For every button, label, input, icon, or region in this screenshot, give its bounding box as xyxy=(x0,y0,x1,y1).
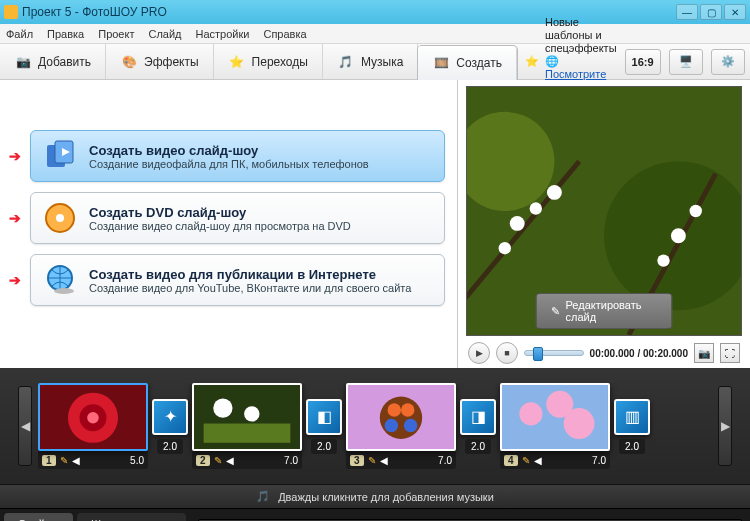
transition-item[interactable]: ▥ 2.0 xyxy=(614,399,650,454)
tab-music[interactable]: 🎵 Музыка xyxy=(323,44,418,79)
slide-item[interactable]: 1✎◀5.0 xyxy=(38,383,148,469)
fullscreen-button[interactable]: ⛶ xyxy=(720,343,740,363)
transition-icon: ▥ xyxy=(614,399,650,435)
title-bar: Проект 5 - ФотоШОУ PRO — ▢ ✕ xyxy=(0,0,750,24)
tab-add[interactable]: 📷 Добавить xyxy=(0,44,106,79)
palette-icon: 🎨 xyxy=(120,53,138,71)
transition-item[interactable]: ✦ 2.0 xyxy=(152,399,188,454)
prev-frame-icon[interactable]: ◀ xyxy=(534,455,542,466)
transition-duration: 2.0 xyxy=(157,439,183,454)
option-internet-video[interactable]: ➔ Создать видео для публикации в Интерне… xyxy=(30,254,445,306)
create-panel: ➔ Создать видео слайд-шоу Создание видео… xyxy=(0,80,458,368)
tab-transitions-label: Переходы xyxy=(252,55,308,69)
svg-point-29 xyxy=(387,403,400,416)
svg-point-17 xyxy=(690,205,702,217)
option-title: Создать DVD слайд-шоу xyxy=(89,205,351,220)
menu-edit[interactable]: Правка xyxy=(47,28,84,40)
svg-point-34 xyxy=(519,402,542,425)
slide-item[interactable]: 3✎◀7.0 xyxy=(346,383,456,469)
svg-point-36 xyxy=(564,408,595,439)
tab-transitions[interactable]: ⭐ Переходы xyxy=(214,44,323,79)
music-track[interactable]: 🎵 Дважды кликните для добавления музыки xyxy=(0,484,750,508)
tab-music-label: Музыка xyxy=(361,55,403,69)
svg-point-11 xyxy=(510,216,525,231)
svg-point-12 xyxy=(530,202,542,214)
menu-bar: Файл Правка Проект Слайд Настройки Справ… xyxy=(0,24,750,44)
transition-duration: 2.0 xyxy=(311,439,337,454)
edit-icon[interactable]: ✎ xyxy=(368,455,376,466)
edit-icon[interactable]: ✎ xyxy=(522,455,530,466)
display-mode-button[interactable]: 🖥️ xyxy=(669,49,703,75)
transition-icon: ◨ xyxy=(460,399,496,435)
main-toolbar: 📷 Добавить 🎨 Эффекты ⭐ Переходы 🎵 Музыка… xyxy=(0,44,750,80)
option-desc: Создание видео для YouTube, ВКонтакте ил… xyxy=(89,282,411,294)
option-title: Создать видео для публикации в Интернете xyxy=(89,267,411,282)
aspect-ratio-button[interactable]: 16:9 xyxy=(625,49,661,75)
edit-slide-button[interactable]: ✎ Редактировать слайд xyxy=(536,293,673,329)
timeline-scroll-right[interactable]: ▶ xyxy=(718,386,732,466)
tab-effects-label: Эффекты xyxy=(144,55,199,69)
option-video-slideshow[interactable]: ➔ Создать видео слайд-шоу Создание видео… xyxy=(30,130,445,182)
preview-image[interactable]: ✎ Редактировать слайд xyxy=(466,86,742,336)
transition-item[interactable]: ◨ 2.0 xyxy=(460,399,496,454)
timeline: ◀ 1✎◀5.0 ✦ 2.0 2✎◀7.0 ◧ 2.0 3✎◀7.0 ◨ 2.0 xyxy=(0,368,750,484)
play-button[interactable]: ▶ xyxy=(468,342,490,364)
menu-slide[interactable]: Слайд xyxy=(148,28,181,40)
prev-frame-icon[interactable]: ◀ xyxy=(72,455,80,466)
preview-panel: ✎ Редактировать слайд ▶ ■ 00:00.000 / 00… xyxy=(458,80,750,368)
timeline-track[interactable]: 1✎◀5.0 ✦ 2.0 2✎◀7.0 ◧ 2.0 3✎◀7.0 ◨ 2.0 4… xyxy=(38,383,712,469)
seek-thumb[interactable] xyxy=(533,347,543,361)
stop-button[interactable]: ■ xyxy=(496,342,518,364)
edit-icon[interactable]: ✎ xyxy=(214,455,222,466)
promo-line1: Новые шаблоны и спецэффекты xyxy=(545,16,617,55)
svg-point-13 xyxy=(547,185,562,200)
seek-bar[interactable] xyxy=(524,350,584,356)
star-small-icon: ⭐ xyxy=(525,55,539,68)
settings-button[interactable]: ⚙️ xyxy=(711,49,745,75)
svg-point-26 xyxy=(244,406,259,421)
option-dvd-slideshow[interactable]: ➔ Создать DVD слайд-шоу Создание видео с… xyxy=(30,192,445,244)
transition-item[interactable]: ◧ 2.0 xyxy=(306,399,342,454)
tab-create-label: Создать xyxy=(456,56,502,70)
slide-item[interactable]: 4✎◀7.0 xyxy=(500,383,610,469)
pointer-arrow-icon: ➔ xyxy=(9,148,21,164)
pointer-arrow-icon: ➔ xyxy=(9,272,21,288)
slide-duration: 5.0 xyxy=(130,455,144,466)
menu-file[interactable]: Файл xyxy=(6,28,33,40)
globe-icon xyxy=(43,263,77,297)
tab-effects[interactable]: 🎨 Эффекты xyxy=(106,44,214,79)
svg-point-18 xyxy=(657,254,669,266)
svg-point-30 xyxy=(401,403,414,416)
snapshot-button[interactable]: 📷 xyxy=(694,343,714,363)
svg-point-16 xyxy=(671,228,686,243)
menu-settings[interactable]: Настройки xyxy=(196,28,250,40)
video-file-icon xyxy=(43,139,77,173)
close-button[interactable]: ✕ xyxy=(724,4,746,20)
slide-item[interactable]: 2✎◀7.0 xyxy=(192,383,302,469)
svg-rect-24 xyxy=(204,424,291,443)
transition-duration: 2.0 xyxy=(619,439,645,454)
bottom-bar: Слайды Шкала времени xyxy=(0,508,750,521)
time-display: 00:00.000 / 00:20.000 xyxy=(590,348,688,359)
timeline-scroll-left[interactable]: ◀ xyxy=(18,386,32,466)
slide-duration: 7.0 xyxy=(592,455,606,466)
svg-point-4 xyxy=(56,214,64,222)
svg-point-25 xyxy=(213,398,232,417)
tab-create[interactable]: 🎞️ Создать xyxy=(418,46,517,80)
svg-point-28 xyxy=(380,397,422,439)
prev-frame-icon[interactable]: ◀ xyxy=(380,455,388,466)
music-hint: Дважды кликните для добавления музыки xyxy=(278,491,494,503)
app-logo-icon xyxy=(4,5,18,19)
edit-icon[interactable]: ✎ xyxy=(60,455,68,466)
slide-duration: 7.0 xyxy=(438,455,452,466)
prev-frame-icon[interactable]: ◀ xyxy=(226,455,234,466)
menu-help[interactable]: Справка xyxy=(263,28,306,40)
maximize-button[interactable]: ▢ xyxy=(700,4,722,20)
bottom-tab-slides[interactable]: Слайды xyxy=(4,513,73,521)
pencil-icon: ✎ xyxy=(551,305,560,318)
menu-project[interactable]: Проект xyxy=(98,28,134,40)
bottom-tab-timeline[interactable]: Шкала времени xyxy=(77,513,186,521)
minimize-button[interactable]: — xyxy=(676,4,698,20)
option-title: Создать видео слайд-шоу xyxy=(89,143,369,158)
transition-duration: 2.0 xyxy=(465,439,491,454)
